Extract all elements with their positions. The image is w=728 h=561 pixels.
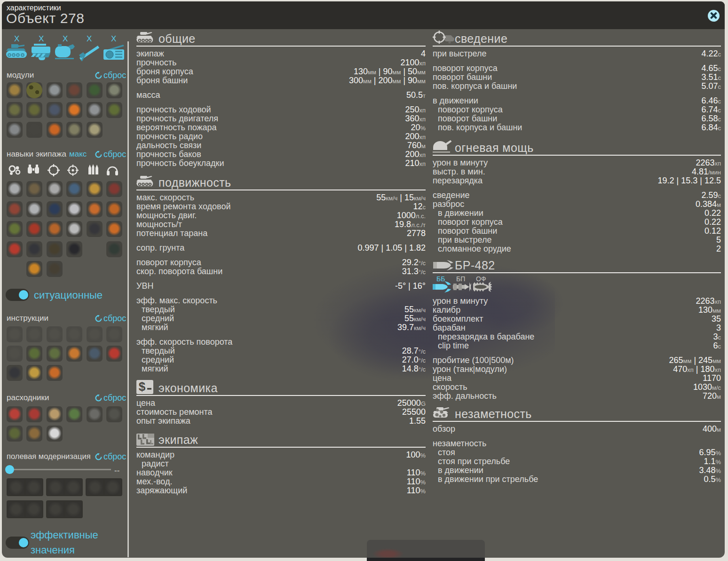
svg-text:$: $ — [139, 380, 146, 394]
